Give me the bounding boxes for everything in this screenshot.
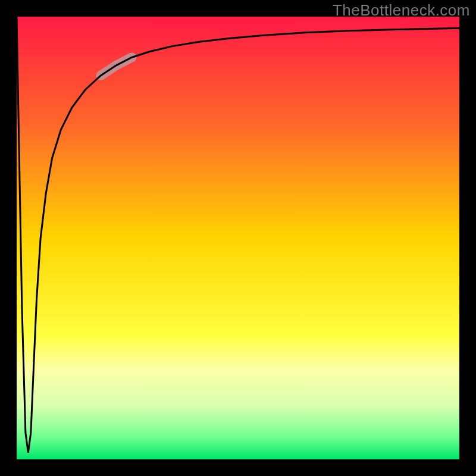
frame (0, 459, 476, 476)
plot-background (17, 17, 459, 459)
attribution-text: TheBottleneck.com (333, 1, 470, 20)
chart-svg (0, 0, 476, 476)
frame (0, 0, 17, 476)
chart-container: TheBottleneck.com (0, 0, 476, 476)
frame (459, 0, 476, 476)
